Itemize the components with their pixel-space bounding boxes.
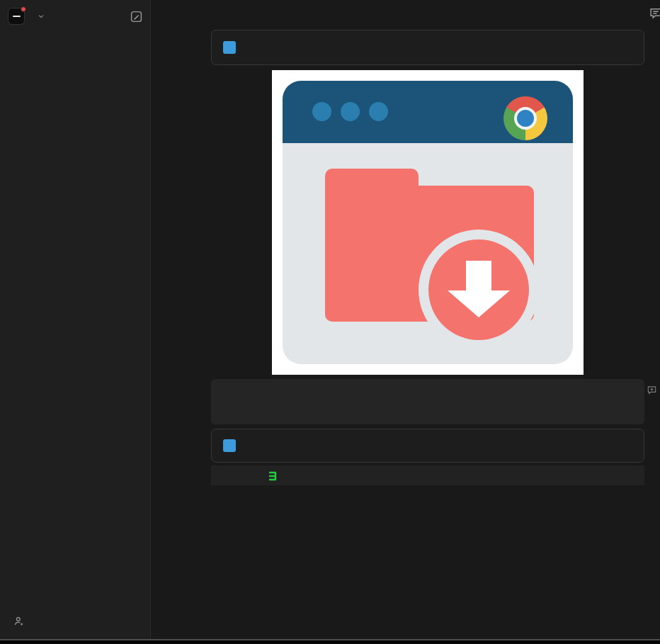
main-area <box>151 0 660 644</box>
download-arrow-icon <box>466 261 491 290</box>
code-block[interactable] <box>211 379 644 424</box>
notion-app <box>0 0 660 644</box>
share-button[interactable] <box>639 11 642 16</box>
workspace-icon <box>8 9 24 24</box>
workspace-logo-dash <box>13 16 21 18</box>
browser-dot <box>312 102 331 121</box>
chrome-logo <box>503 96 547 140</box>
keycap-zero-icon <box>223 41 236 54</box>
chrome-browser-file-download-illustration <box>272 70 584 375</box>
person-plus-icon <box>13 616 25 627</box>
browser-dot <box>369 102 388 121</box>
invite-members-button[interactable] <box>3 611 147 631</box>
callout-file-download[interactable] <box>211 30 644 65</box>
notification-dot <box>21 6 26 12</box>
browser-dot <box>341 102 360 121</box>
callout-html-mode-status[interactable] <box>211 429 644 463</box>
rankingfusions-logo-glyph <box>266 470 279 482</box>
chevron-down-icon <box>37 12 45 21</box>
page-content <box>151 26 660 644</box>
compose-new-page-icon[interactable] <box>130 10 143 23</box>
add-comment-icon[interactable] <box>647 385 657 395</box>
workspace-row <box>0 6 150 30</box>
keycap-zero-icon <box>223 439 236 452</box>
download-arrow-head <box>448 290 510 317</box>
browser-window-graphic <box>283 81 573 364</box>
window-bottom-edge <box>0 639 660 644</box>
topbar-right <box>632 6 660 21</box>
workspace-switcher[interactable] <box>8 9 130 24</box>
topbar <box>151 0 660 26</box>
rankingfusions-logo <box>266 470 280 482</box>
download-circle <box>428 239 529 340</box>
sidebar <box>0 0 151 644</box>
comments-icon[interactable] <box>649 6 660 21</box>
rankingfusions-site-embed-image <box>211 465 644 485</box>
